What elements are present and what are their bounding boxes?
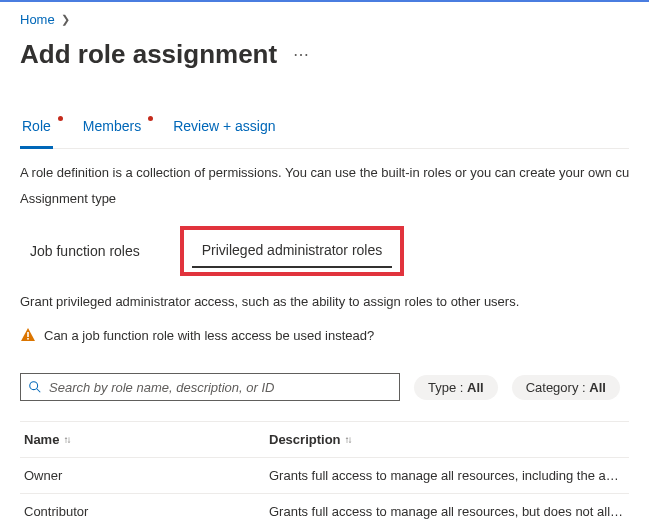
assignment-type-label: Assignment type	[20, 189, 629, 209]
svg-point-2	[30, 382, 38, 390]
highlighted-selection: Privileged administrator roles	[180, 226, 405, 276]
role-desc-cell: Grants full access to manage all resourc…	[265, 494, 629, 522]
role-name-cell: Contributor	[20, 494, 265, 522]
search-container	[20, 373, 400, 401]
table-row[interactable]: Contributor Grants full access to manage…	[20, 494, 629, 522]
role-desc-cell: Grants full access to manage all resourc…	[265, 458, 629, 493]
page-title: Add role assignment	[20, 39, 277, 70]
column-header-name[interactable]: Name↑↓	[20, 422, 265, 457]
more-actions-button[interactable]: ⋯	[293, 45, 311, 64]
indicator-dot-icon	[58, 116, 63, 121]
warning-icon	[20, 327, 36, 343]
warning-message: Can a job function role with less access…	[20, 327, 629, 343]
type-filter-button[interactable]: Type : All	[414, 375, 498, 400]
assignment-type-tabs: Job function roles Privileged administra…	[20, 226, 629, 276]
role-name-cell: Owner	[20, 458, 265, 493]
indicator-dot-icon	[148, 116, 153, 121]
role-description-text: A role definition is a collection of per…	[20, 163, 629, 183]
svg-line-3	[37, 389, 41, 393]
main-tabs: Role Members Review + assign	[20, 112, 629, 149]
svg-rect-0	[27, 332, 29, 337]
tab-role[interactable]: Role	[20, 112, 53, 149]
warning-text: Can a job function role with less access…	[44, 328, 374, 343]
search-input[interactable]	[20, 373, 400, 401]
tab-members[interactable]: Members	[81, 112, 143, 148]
subtab-job-function-roles[interactable]: Job function roles	[20, 235, 150, 267]
sort-icon: ↑↓	[345, 434, 351, 445]
column-header-description[interactable]: Description↑↓	[265, 422, 629, 457]
breadcrumb-home[interactable]: Home	[20, 12, 55, 27]
roles-table: Name↑↓ Description↑↓ Owner Grants full a…	[20, 421, 629, 522]
breadcrumb: Home ❯	[20, 12, 629, 27]
subtab-privileged-admin-roles[interactable]: Privileged administrator roles	[192, 234, 393, 268]
privileged-description: Grant privileged administrator access, s…	[20, 294, 629, 309]
svg-rect-1	[27, 338, 29, 340]
tab-review-assign[interactable]: Review + assign	[171, 112, 277, 148]
chevron-right-icon: ❯	[61, 13, 70, 26]
table-row[interactable]: Owner Grants full access to manage all r…	[20, 458, 629, 494]
search-icon	[28, 380, 42, 394]
category-filter-button[interactable]: Category : All	[512, 375, 620, 400]
sort-icon: ↑↓	[63, 434, 69, 445]
